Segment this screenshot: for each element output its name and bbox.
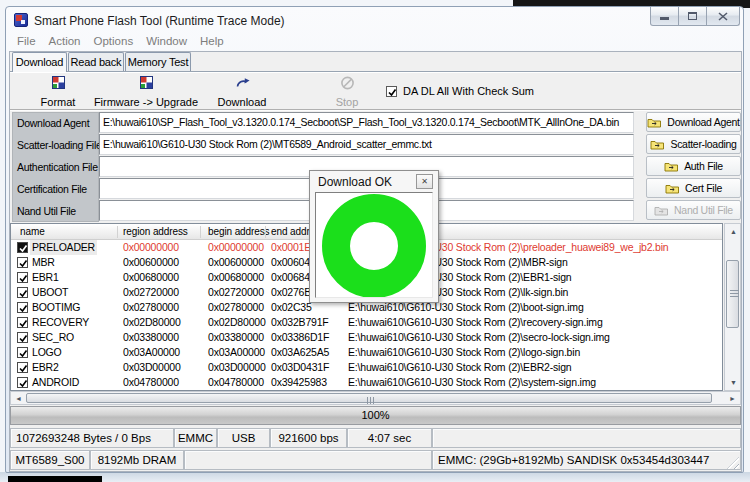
row-checkbox[interactable] [17,242,28,253]
toolbar-button-download[interactable]: Download [207,76,277,108]
progress-bar: 100% [10,406,741,425]
menu-item-help[interactable]: Help [194,33,230,51]
cell-region-address: 0x03A00000 [123,345,180,360]
row-checkbox[interactable] [17,317,28,328]
row-checkbox[interactable] [17,347,28,358]
row-checkbox[interactable] [17,257,28,268]
folder-icon [654,205,669,216]
status1-cell-1: EMMC [174,428,217,448]
menu-item-action[interactable]: Action [43,33,87,51]
form-label-2: Authentication File [17,157,98,178]
scroll-left-icon[interactable]: ◄ [15,395,22,402]
dialog-close-button[interactable]: ✕ [416,174,433,189]
close-button[interactable] [706,7,740,26]
cell-region-address: 0x02720000 [123,285,179,300]
cell-name: EBR1 [32,270,59,285]
browse-button-3[interactable]: Cert File [646,178,741,198]
cell-region-address: 0x00000000 [123,240,179,255]
dialog-body [315,192,433,298]
browse-button-2[interactable]: Auth File [646,156,741,176]
scroll-down-icon[interactable]: ▼ [730,379,737,386]
vertical-scrollbar-thumb[interactable] [726,260,739,328]
cell-begin-address: 0x00000000 [208,240,264,255]
cell-region-address: 0x00600000 [123,255,179,270]
toolbar-separator [10,109,741,111]
tab-download[interactable]: Download [12,52,67,72]
table-row-android[interactable]: ANDROID0x047800000x047800000x39425983E:\… [11,375,722,390]
browse-button-label-1: Scatter-loading [670,138,736,150]
toolbar-button-firmware[interactable]: Firmware -> Upgrade [91,76,201,108]
column-header-region-address[interactable]: region address [123,224,188,240]
cell-begin-address: 0x02780000 [208,300,264,315]
form-field-value-1: E:\huwai610\G610-U30 Stock Rom (2)\MT658… [100,135,633,154]
status2-cell-0: MT6589_S00 [10,450,90,470]
cell-end-address: 0x032B791F [271,315,329,330]
tab-read-back[interactable]: Read back [68,52,124,71]
row-checkbox[interactable] [17,272,28,283]
column-header-name[interactable]: name [20,224,45,240]
horizontal-scrollbar-thumb[interactable] [26,393,712,403]
cell-region-address: 0x04780000 [123,375,179,390]
form-label-0: Download Agent [17,113,89,134]
folder-icon [664,161,679,172]
table-row-recovery[interactable]: RECOVERY0x02D800000x02D800000x032B791FE:… [11,315,722,330]
column-header-begin-address[interactable]: begin address [208,224,270,240]
row-checkbox[interactable] [17,377,28,388]
toolbar-button-stop: Stop [322,76,372,108]
form-field-value-0: E:\huwai610\SP_Flash_Tool_v3.1320.0.174_… [100,113,633,132]
menu-item-window[interactable]: Window [140,33,193,51]
vertical-scrollbar[interactable]: ▲ ▼ [724,223,741,391]
cell-end-address: 0x03D0431F [271,360,329,375]
cell-begin-address: 0x02D80000 [208,315,266,330]
toolbar-button-format[interactable]: Format [28,76,88,108]
maximize-button[interactable] [678,7,707,26]
cell-location: E:\huwai610\G610-U30 Stock Rom (2)\recov… [348,315,603,330]
cell-region-address: 0x03D00000 [123,360,181,375]
cell-end-address: 0x03386D1F [271,330,329,345]
table-row-logo[interactable]: LOGO0x03A000000x03A000000x03A625A5E:\huw… [11,345,722,360]
status2-cell-3: EMMC: (29Gb+8192Mb) SANDISK 0x53454d3034… [432,450,741,470]
menu-bar: FileActionOptionsWindowHelp [11,33,231,51]
cell-begin-address: 0x03A00000 [208,345,265,360]
cell-region-address: 0x00680000 [123,270,179,285]
tab-memory-test[interactable]: Memory Test [125,52,191,71]
minimize-icon [660,17,669,20]
cell-end-address: 0x00684 [271,270,310,285]
row-checkbox[interactable] [17,287,28,298]
cell-region-address: 0x02D80000 [123,315,181,330]
window-title: Smart Phone Flash Tool (Runtime Trace Mo… [34,14,285,28]
table-row-ebr2[interactable]: EBR20x03D000000x03D000000x03D0431FE:\huw… [11,360,722,375]
dialog-title: Download OK [318,175,392,189]
menu-item-file[interactable]: File [11,33,42,51]
scroll-up-icon[interactable]: ▲ [730,228,737,235]
cell-name: LOGO [32,345,62,360]
browse-button-1[interactable]: Scatter-loading [646,134,741,154]
download-icon [234,76,251,89]
form-field-0[interactable]: E:\huwai610\SP_Flash_Tool_v3.1320.0.174_… [99,112,634,133]
firmware-upgrade-icon [140,76,153,89]
scroll-right-icon[interactable]: ► [729,395,736,402]
folder-icon [665,183,680,194]
table-row-sec_ro[interactable]: SEC_RO0x033800000x033800000x03386D1FE:\h… [11,330,722,345]
da-dl-checkbox[interactable] [386,86,397,97]
horizontal-scrollbar[interactable]: ◄ ► [10,391,741,405]
cell-location: E:\huwai610\G610-U30 Stock Rom (2)\syste… [348,375,596,390]
browse-button-0[interactable]: Download Agent [646,112,741,132]
cell-name: UBOOT [32,285,68,300]
status1-cell-0: 1072693248 Bytes / 0 Bps [10,428,174,448]
browse-button-label-4: Nand Util File [674,204,733,216]
row-checkbox[interactable] [17,332,28,343]
row-checkbox[interactable] [17,362,28,373]
browse-button-label-2: Auth File [684,160,723,172]
da-dl-checkbox-label: DA DL All With Check Sum [403,85,534,97]
cell-name: BOOTIMG [32,300,80,315]
format-icon [52,76,65,89]
stop-icon [340,76,355,90]
cell-region-address: 0x02780000 [123,300,179,315]
menu-item-options[interactable]: Options [88,33,140,51]
row-checkbox[interactable] [17,302,28,313]
form-field-1[interactable]: E:\huwai610\G610-U30 Stock Rom (2)\MT658… [99,134,634,155]
da-dl-checkbox-group[interactable]: DA DL All With Check Sum [386,85,534,97]
cell-end-address: 0x39425983 [271,375,327,390]
minimize-button[interactable] [650,7,679,26]
